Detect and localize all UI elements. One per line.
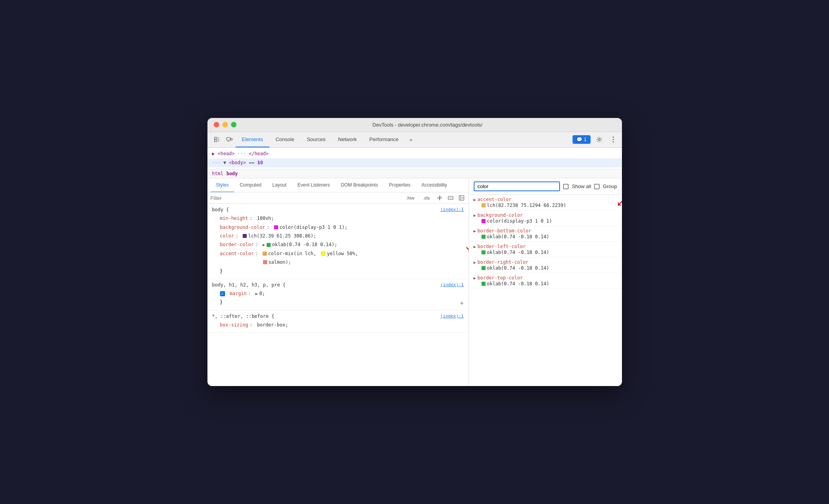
right-panel: Show all Group ▶ accent-color lch(82.723… bbox=[469, 178, 622, 386]
device-icon[interactable] bbox=[223, 133, 236, 146]
yellow-swatch[interactable] bbox=[321, 252, 325, 256]
add-style-icon[interactable] bbox=[436, 194, 444, 202]
expand-border-right-triangle[interactable]: ▶ bbox=[474, 260, 476, 265]
tab-elements[interactable]: Elements bbox=[236, 132, 269, 147]
computed-item-border-top-color: ▶ border-top-color oklab(0.74 -0.18 0.14… bbox=[469, 273, 622, 289]
sub-tab-properties[interactable]: Properties bbox=[384, 178, 416, 192]
sub-tab-layout[interactable]: Layout bbox=[267, 178, 292, 192]
expand-border-bottom-triangle[interactable]: ▶ bbox=[474, 229, 476, 233]
filter-input[interactable] bbox=[211, 195, 401, 201]
css-selector-universal: *, ::after, ::before { (index):1 bbox=[212, 314, 464, 319]
devtools-window: DevTools - developer.chrome.com/tags/dev… bbox=[207, 118, 622, 386]
css-rule-close-1: } bbox=[212, 267, 464, 276]
hov-button[interactable]: :hov bbox=[404, 194, 417, 201]
color-swatch[interactable] bbox=[243, 234, 247, 238]
notification-button[interactable]: 💬 1 bbox=[573, 135, 590, 144]
show-all-checkbox[interactable] bbox=[563, 184, 569, 189]
margin-checkbox[interactable]: ✓ bbox=[220, 291, 225, 296]
border-top-swatch[interactable] bbox=[482, 282, 485, 286]
background-color-swatch[interactable] bbox=[274, 225, 278, 229]
expand-accent-triangle[interactable]: ▶ bbox=[474, 198, 476, 202]
svg-point-4 bbox=[613, 139, 614, 140]
sub-tab-computed[interactable]: Computed bbox=[234, 178, 267, 192]
maximize-button[interactable] bbox=[231, 122, 236, 127]
group-checkbox[interactable] bbox=[594, 184, 600, 189]
computed-val-border-top-color: oklab(0.74 -0.18 0.14) bbox=[474, 281, 617, 286]
computed-val-border-bottom-color: oklab(0.74 -0.18 0.14) bbox=[474, 234, 617, 239]
tab-bar-right: 💬 1 bbox=[573, 134, 618, 145]
sub-tabs: Styles Computed Layout Event Listeners D… bbox=[207, 178, 469, 192]
css-source-link-3[interactable]: (index):1 bbox=[440, 314, 464, 319]
expand-border-left-triangle[interactable]: ▶ bbox=[474, 245, 476, 249]
computed-prop-border-bottom-color[interactable]: ▶ border-bottom-color bbox=[474, 228, 617, 234]
computed-search-input[interactable] bbox=[474, 181, 560, 191]
main-tab-bar: Elements Console Sources Network Perform… bbox=[207, 132, 622, 148]
css-rule-close-2: } bbox=[212, 298, 464, 306]
css-selector-body-headings: body, h1, h2, h3, p, pre { (index):1 bbox=[212, 282, 464, 288]
border-bottom-swatch[interactable] bbox=[482, 235, 485, 239]
css-prop-min-height: min-height : 100vh; bbox=[212, 214, 464, 223]
css-prop-background-color: background-color : color(display-p3 1 0 … bbox=[212, 223, 464, 232]
sub-tab-dom-breakpoints[interactable]: DOM Breakpoints bbox=[335, 178, 384, 192]
dom-head-line[interactable]: ▶ <head> ··· </head> bbox=[207, 149, 622, 158]
border-color-swatch[interactable] bbox=[267, 243, 271, 247]
expand-margin-icon[interactable]: ▶ bbox=[255, 290, 258, 297]
salmon-swatch[interactable] bbox=[263, 260, 267, 264]
element-state-icon[interactable] bbox=[447, 194, 454, 202]
sub-tab-styles[interactable]: Styles bbox=[211, 178, 235, 192]
accent-color-computed-swatch[interactable] bbox=[482, 203, 485, 207]
more-menu-icon[interactable] bbox=[608, 134, 619, 145]
filter-bar: :hov .cls bbox=[207, 192, 469, 204]
dom-body-line[interactable]: ··· ▼ <body> == $0 bbox=[207, 158, 622, 167]
computed-val-background-color: color(display-p3 1 0 1) bbox=[474, 218, 617, 224]
computed-header: Show all Group bbox=[469, 178, 622, 195]
computed-prop-border-right-color[interactable]: ▶ border-right-color bbox=[474, 259, 617, 265]
css-rule-body-headings: body, h1, h2, h3, p, pre { (index):1 ✓ m… bbox=[207, 279, 469, 310]
left-panel: Styles Computed Layout Event Listeners D… bbox=[207, 178, 469, 386]
computed-prop-border-top-color[interactable]: ▶ border-top-color bbox=[474, 275, 617, 281]
expand-border-top-triangle[interactable]: ▶ bbox=[474, 276, 476, 280]
inspector-icon[interactable] bbox=[211, 133, 223, 146]
expand-bg-triangle[interactable]: ▶ bbox=[474, 213, 476, 218]
tab-performance[interactable]: Performance bbox=[363, 132, 405, 147]
computed-item-border-bottom-color: ▶ border-bottom-color oklab(0.74 -0.18 0… bbox=[469, 226, 622, 242]
css-selector-body: body { (index):1 bbox=[212, 207, 464, 212]
cls-button[interactable]: .cls bbox=[420, 194, 433, 201]
bg-color-computed-swatch[interactable] bbox=[482, 219, 485, 223]
expand-border-icon[interactable]: ▶ bbox=[263, 241, 265, 248]
window-title: DevTools - developer.chrome.com/tags/dev… bbox=[240, 122, 616, 128]
css-rule-body: body { (index):1 min-height : 100vh; bac… bbox=[207, 204, 469, 279]
computed-item-accent-color: ▶ accent-color lch(82.7238 75.1294 66.22… bbox=[469, 195, 622, 210]
computed-item-background-color: ▶ background-color color(display-p3 1 0 … bbox=[469, 210, 622, 226]
tab-sources[interactable]: Sources bbox=[300, 132, 332, 147]
css-prop-accent-color-2: salmon); bbox=[212, 258, 464, 267]
svg-point-2 bbox=[598, 139, 600, 141]
accent-color-swatch[interactable] bbox=[263, 252, 267, 256]
sub-tab-accessibility[interactable]: Accessibility bbox=[416, 178, 453, 192]
toggle-sidebar-icon[interactable] bbox=[458, 194, 465, 202]
css-source-link-2[interactable]: (index):1 bbox=[440, 282, 464, 287]
add-property-button[interactable]: + bbox=[460, 299, 464, 307]
computed-options: Show all Group bbox=[563, 183, 617, 189]
breadcrumb-html[interactable]: html bbox=[212, 171, 224, 176]
dom-tree: ▶ <head> ··· </head> ··· ▼ <body> == $0 bbox=[207, 148, 622, 169]
tab-network[interactable]: Network bbox=[332, 132, 363, 147]
border-left-swatch[interactable] bbox=[482, 250, 485, 254]
breadcrumb-body[interactable]: body bbox=[226, 171, 238, 176]
sub-tab-event-listeners[interactable]: Event Listeners bbox=[292, 178, 336, 192]
tab-more[interactable]: » bbox=[405, 134, 417, 146]
tab-console[interactable]: Console bbox=[269, 132, 301, 147]
computed-prop-background-color[interactable]: ▶ background-color bbox=[474, 212, 617, 218]
computed-prop-accent-color[interactable]: ▶ accent-color bbox=[474, 197, 617, 202]
close-button[interactable] bbox=[214, 122, 219, 127]
annotation-arrow-left: ↙ bbox=[465, 239, 469, 257]
css-rule-universal: *, ::after, ::before { (index):1 box-siz… bbox=[207, 310, 469, 333]
computed-prop-border-left-color[interactable]: ▶ border-left-color bbox=[474, 244, 617, 249]
svg-point-3 bbox=[613, 137, 614, 138]
border-right-swatch[interactable] bbox=[482, 266, 485, 270]
minimize-button[interactable] bbox=[222, 122, 228, 127]
svg-rect-0 bbox=[227, 138, 230, 140]
settings-icon[interactable] bbox=[594, 134, 605, 145]
breadcrumb: html body bbox=[207, 169, 622, 178]
css-source-link[interactable]: (index):1 bbox=[440, 207, 464, 212]
